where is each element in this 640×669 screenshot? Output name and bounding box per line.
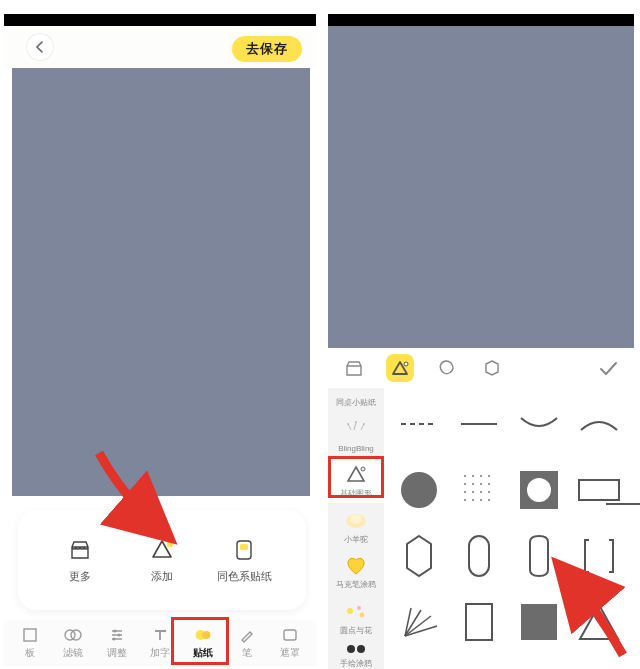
svg-point-22: [360, 612, 365, 617]
edit-canvas[interactable]: [12, 68, 310, 496]
edit-canvas[interactable]: [328, 26, 634, 348]
tool-sticker[interactable]: 贴纸: [182, 626, 225, 660]
shape-rect-outline-wide[interactable]: [572, 460, 626, 520]
shape-rect-outline[interactable]: [452, 592, 506, 652]
svg-rect-44: [520, 471, 558, 509]
brush-icon: [238, 626, 256, 644]
phone-left: 去保存 更多 添加: [4, 0, 316, 669]
category-hex[interactable]: [478, 354, 506, 382]
shape-rays[interactable]: [392, 592, 446, 652]
palette-card-icon: [231, 537, 257, 563]
pack-marker[interactable]: 马克笔涂鸦: [328, 549, 384, 595]
popup-more[interactable]: 更多: [50, 537, 110, 584]
tool-template[interactable]: 板: [8, 626, 51, 660]
shape-dot-grid[interactable]: [452, 460, 506, 520]
shape-pill[interactable]: [452, 526, 506, 586]
svg-point-41: [472, 499, 474, 501]
pack-bling[interactable]: BlingBling: [328, 412, 384, 458]
shape-arc-up[interactable]: [572, 394, 626, 454]
shape-hex-outline[interactable]: [392, 526, 446, 586]
shape-grid: [384, 388, 634, 669]
svg-point-11: [203, 631, 211, 639]
pack-shapes[interactable]: 基础图形: [328, 458, 384, 504]
svg-point-13: [404, 362, 408, 366]
svg-rect-53: [521, 604, 557, 640]
svg-point-24: [357, 645, 365, 653]
sticker-pack-list[interactable]: 同桌小贴纸 BlingBling 基础图形 小羊驼 马克笔涂鸦: [328, 388, 384, 669]
svg-point-36: [464, 491, 466, 493]
shape-square-fill[interactable]: [512, 592, 566, 652]
shape-capsule[interactable]: [512, 526, 566, 586]
svg-point-34: [480, 483, 482, 485]
category-shapes[interactable]: [386, 354, 414, 382]
svg-point-39: [488, 491, 490, 493]
shape-line-endcap[interactable]: [604, 498, 640, 510]
check-icon: [597, 357, 619, 379]
sparkle-icon: [341, 418, 371, 442]
save-button[interactable]: 去保存: [232, 36, 302, 62]
status-bar: [328, 14, 634, 26]
shape-triangle-outline[interactable]: [572, 592, 626, 652]
svg-point-27: [401, 472, 437, 508]
svg-rect-3: [24, 629, 36, 641]
shape-square-small-3[interactable]: [512, 658, 566, 669]
back-button[interactable]: [26, 33, 54, 61]
confirm-button[interactable]: [594, 354, 622, 382]
popup-same-label: 同色系贴纸: [217, 569, 272, 584]
shape-square-small-4[interactable]: [572, 658, 626, 669]
doodle-icon: [341, 642, 371, 656]
popup-same-color[interactable]: 同色系贴纸: [214, 537, 274, 584]
svg-point-43: [488, 499, 490, 501]
store-icon: [344, 358, 364, 378]
shape-ring-white[interactable]: [512, 460, 566, 520]
tool-text[interactable]: 加字: [138, 626, 181, 660]
svg-point-15: [355, 421, 357, 423]
shape-dash-long[interactable]: [392, 394, 446, 454]
template-icon: [21, 626, 39, 644]
sticker-popup: 更多 添加 同色系贴纸: [18, 510, 306, 610]
svg-point-20: [347, 608, 353, 614]
heart-icon: [341, 553, 371, 577]
pack-sheep[interactable]: 小羊驼: [328, 503, 384, 549]
tool-mask[interactable]: 遮罩: [269, 626, 312, 660]
svg-point-18: [346, 514, 366, 528]
shape-line[interactable]: [452, 394, 506, 454]
svg-point-42: [480, 499, 482, 501]
svg-rect-2: [240, 544, 248, 550]
pack-dots[interactable]: 圆点与花: [328, 594, 384, 640]
popup-add-label: 添加: [151, 569, 173, 584]
popup-add[interactable]: 添加: [132, 537, 192, 584]
pack-hand[interactable]: 手绘涂鸦: [328, 640, 384, 669]
svg-point-30: [480, 475, 482, 477]
svg-rect-46: [579, 480, 619, 500]
shape-arc-down[interactable]: [512, 394, 566, 454]
shape-bracket-frame[interactable]: [572, 526, 626, 586]
category-basic[interactable]: [432, 354, 460, 382]
shape-square-small-2[interactable]: [452, 658, 506, 669]
alpaca-icon: [341, 508, 371, 532]
blob-icon: [436, 358, 456, 378]
pack-desk[interactable]: 同桌小贴纸: [328, 388, 384, 412]
tool-adjust[interactable]: 调整: [95, 626, 138, 660]
sticker-icon: [194, 626, 212, 644]
mask-icon: [281, 626, 299, 644]
text-icon: [151, 626, 169, 644]
svg-point-5: [71, 630, 81, 640]
svg-point-4: [65, 630, 75, 640]
tool-filter[interactable]: 滤镜: [51, 626, 94, 660]
svg-point-8: [112, 637, 115, 640]
shape-circle-fill[interactable]: [392, 460, 446, 520]
sticker-panel: 同桌小贴纸 BlingBling 基础图形 小羊驼 马克笔涂鸦: [328, 388, 634, 669]
dots-flower-icon: [341, 599, 371, 623]
shape-square-small-1[interactable]: [392, 658, 446, 669]
tool-brush[interactable]: 笔: [225, 626, 268, 660]
svg-point-28: [464, 475, 466, 477]
category-store[interactable]: [340, 354, 368, 382]
triangle-icon: [341, 462, 371, 486]
popup-more-label: 更多: [69, 569, 91, 584]
bottom-toolbar: 板 滤镜 调整 加字 贴纸: [4, 620, 316, 666]
svg-point-32: [464, 483, 466, 485]
status-bar: [4, 14, 316, 26]
svg-point-0: [167, 540, 173, 546]
comparison-stage: 去保存 更多 添加: [0, 0, 640, 669]
